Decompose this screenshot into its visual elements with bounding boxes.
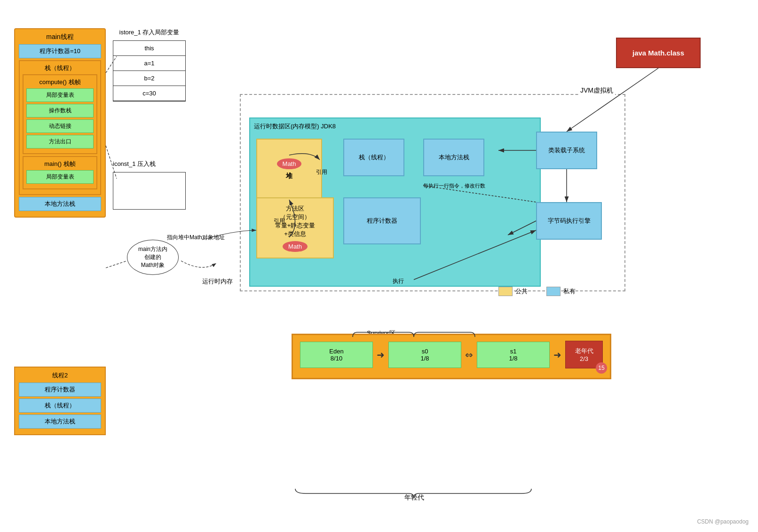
- math-oval: main方法内创建的Math对象: [127, 240, 179, 275]
- iconst-title: iconst_1 压入栈: [113, 160, 186, 168]
- runtime-data-title: 运行时数据区(内存模型) JDK8: [254, 122, 536, 131]
- math-oval-text: main方法内创建的Math对象: [138, 245, 167, 269]
- gc-inner: Eden8/10 ➜ s01/8 ⇔ s11/8 ➜ 老年代2/3 15: [300, 341, 603, 368]
- label-zhixing: 执行: [393, 277, 404, 285]
- prog-counter-jvm: 程序计数器: [343, 197, 421, 244]
- main-thread-box: main线程 程序计数器=10 栈（线程） compute() 栈帧 局部变量表…: [14, 28, 106, 218]
- thread2-native: 本地方法栈: [19, 415, 101, 429]
- method-area-line4: +类信息: [284, 230, 306, 238]
- gc-old-gen: 老年代2/3 15: [565, 341, 603, 368]
- class-loader-label: 类装载子系统: [548, 146, 585, 155]
- istore-row-c: c=30: [113, 86, 185, 101]
- stack-section: 栈（线程） compute() 栈帧 局部变量表 操作数栈 动态链接 方法出口 …: [19, 60, 101, 195]
- thread2-box: 线程2 程序计数器 栈（线程） 本地方法栈: [14, 367, 106, 435]
- diagram-container: main线程 程序计数器=10 栈（线程） compute() 栈帧 局部变量表…: [0, 0, 758, 532]
- legend-public: 公共: [498, 287, 528, 296]
- istore-row-this: this: [113, 41, 185, 56]
- gc-s0: s01/8: [388, 342, 461, 368]
- bytecode-exec-label: 字节码执行引擎: [548, 217, 591, 225]
- thread2-pc: 程序计数器: [19, 383, 101, 397]
- watermark: CSDN @paopaodog: [697, 518, 749, 525]
- main-local-var: 局部变量表: [26, 170, 94, 184]
- gc-s1: s11/8: [477, 342, 550, 368]
- dynamic-link: 动态链接: [26, 119, 94, 133]
- compute-frame: compute() 栈帧 局部变量表 操作数栈 动态链接 方法出口: [23, 74, 97, 154]
- main-thread-title: main线程: [19, 33, 101, 41]
- thread2-stack: 栈（线程）: [19, 399, 101, 413]
- gc-eden: Eden8/10: [300, 342, 373, 368]
- prog-counter-jvm-label: 程序计数器: [367, 217, 397, 225]
- java-math-class-box: java Math.class: [616, 38, 701, 68]
- jvm-title: JVM虚拟机: [578, 86, 615, 95]
- gc-outer: Eden8/10 ➜ s01/8 ⇔ s11/8 ➜ 老年代2/3 15: [292, 334, 611, 379]
- istore-table: this a=1 b=2 c=30: [113, 40, 186, 102]
- legend-public-color: [498, 287, 513, 296]
- label-yinyong1: 引用: [316, 168, 327, 176]
- heap-title: 堆: [286, 172, 292, 180]
- svg-line-10: [106, 261, 127, 268]
- method-exit: 方法出口: [26, 135, 94, 149]
- local-method-stack: 本地方法栈: [423, 139, 484, 176]
- istore-box: istore_1 存入局部变量 this a=1 b=2 c=30: [113, 28, 186, 102]
- heap-box: Math 堆: [256, 139, 322, 200]
- jvm-stack-box: 栈（线程）: [343, 139, 404, 176]
- main-frame: main() 栈帧 局部变量表: [23, 156, 97, 189]
- istore-row-a: a=1: [113, 56, 185, 71]
- legend-box: 公共 私有: [498, 287, 585, 296]
- legend-private-color: [546, 287, 561, 296]
- istore-title: istore_1 存入局部变量: [113, 28, 186, 37]
- bytecode-exec-box: 字节码执行引擎: [536, 202, 602, 240]
- class-loader-box: 类装载子系统: [536, 132, 597, 169]
- thread2-title: 线程2: [19, 371, 101, 380]
- iconst-box: iconst_1 压入栈: [113, 160, 186, 210]
- method-area-line1: 方法区: [286, 204, 304, 213]
- native-stack: 本地方法栈: [19, 197, 101, 211]
- method-area-box: 方法区 （元空间） 常量+静态变量 +类信息 Math: [256, 197, 334, 258]
- operand-stack: 操作数栈: [26, 104, 94, 117]
- local-method-stack-label: 本地方法栈: [439, 153, 469, 162]
- label-zhixiang: 指向堆中Math对象地址: [167, 234, 225, 242]
- istore-row-b: b=2: [113, 71, 185, 86]
- compute-frame-title: compute() 栈帧: [26, 78, 94, 86]
- runtime-label: 运行时内存: [202, 277, 233, 286]
- gc-arrow-2: ➜: [553, 349, 561, 360]
- java-math-class-label: java Math.class: [632, 49, 684, 57]
- gc-arrow-1: ➜: [377, 349, 385, 360]
- math-red-oval-heap: Math: [277, 158, 302, 169]
- program-counter-box: 程序计数器=10: [19, 44, 101, 58]
- main-frame-title: main() 栈帧: [26, 160, 94, 168]
- stack-section-title: 栈（线程）: [23, 64, 97, 72]
- gc-badge: 15: [596, 362, 607, 374]
- legend-public-label: 公共: [515, 287, 528, 296]
- math-oval-box: main方法内创建的Math对象: [127, 240, 183, 275]
- legend-private-label: 私有: [563, 287, 576, 296]
- iconst-inner: [113, 172, 186, 210]
- math-red-oval-method: Math: [283, 241, 308, 252]
- label-meizhi: 每执行一行指令，修改行数: [423, 182, 485, 189]
- young-gen-label: 年轻代: [404, 493, 424, 502]
- jvm-stack-label: 栈（线程）: [359, 153, 389, 162]
- local-var-table: 局部变量表: [26, 88, 94, 102]
- gc-double-arrow: ⇔: [465, 349, 473, 360]
- legend-private: 私有: [546, 287, 576, 296]
- label-yinyong2: 引用: [274, 217, 285, 225]
